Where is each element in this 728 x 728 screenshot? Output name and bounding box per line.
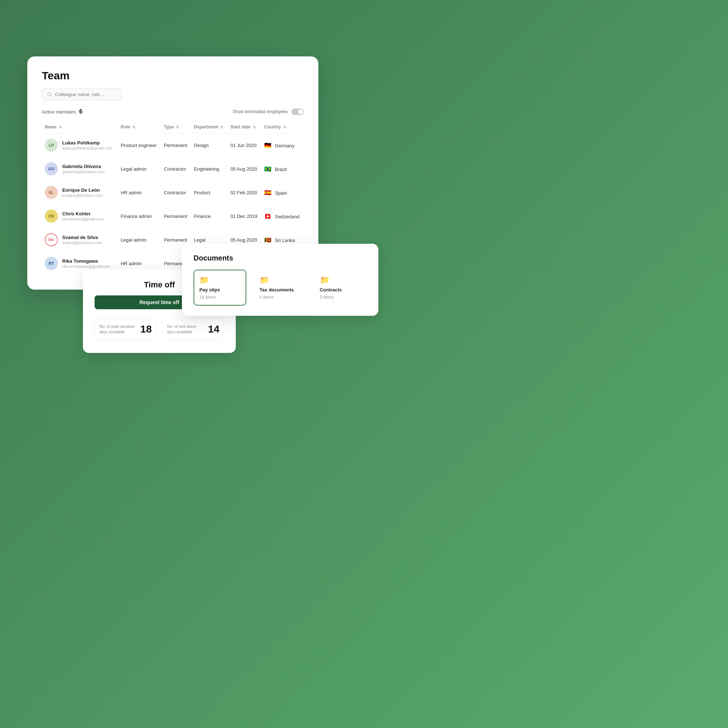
employee-cell-3: CK Chris Kohler chriskohler@gmail.com bbox=[42, 205, 118, 228]
avatar-5: RT bbox=[45, 257, 58, 270]
doc-folder-tax-documents[interactable]: 📁 Tax documents 6 items bbox=[254, 269, 306, 306]
employee-name-2: Enrique De León bbox=[62, 187, 103, 193]
col-role: Role ⇅ bbox=[118, 121, 161, 133]
employee-email-2: enrique@Dunkery.com bbox=[62, 193, 103, 197]
employee-type-2: Contractor bbox=[161, 181, 191, 205]
employee-name-4: Svamal de Silva bbox=[62, 235, 102, 240]
timeoff-stats: No. of paid vacation days available 18 N… bbox=[95, 318, 224, 341]
folder-items-2: 5 items bbox=[320, 295, 361, 300]
employee-date-2: 02 Feb 2020 bbox=[227, 181, 261, 205]
active-members-info: Active members 6 bbox=[42, 109, 83, 115]
employee-type-1: Contractor bbox=[161, 157, 191, 181]
employee-cell-2: EL Enrique De León enrique@Dunkery.com bbox=[42, 181, 118, 205]
avatar-0: LP bbox=[45, 139, 58, 152]
employee-role-1: Legal admin bbox=[118, 157, 161, 181]
documents-title: Documents bbox=[194, 254, 367, 262]
employee-dept-1: Engineering bbox=[191, 157, 227, 181]
search-box[interactable] bbox=[42, 89, 122, 100]
employee-role-3: Finance admin bbox=[118, 205, 161, 228]
table-row[interactable]: GO Gabriella Oliveira gabriella@Dunkery.… bbox=[42, 157, 304, 181]
employee-email-5: rika.tomogawa@gmail.com bbox=[62, 264, 111, 269]
stat-value-0: 18 bbox=[141, 323, 152, 335]
search-input[interactable] bbox=[55, 92, 116, 97]
employee-name-3: Chris Kohler bbox=[62, 211, 104, 216]
employee-email-0: lukas.pohlkamp@gmail.com bbox=[62, 146, 112, 150]
svg-line-1 bbox=[50, 95, 52, 97]
stat-label-0: No. of paid vacation days available bbox=[99, 324, 136, 335]
folder-name-2: Contracts bbox=[320, 287, 361, 292]
doc-folder-contracts[interactable]: 📁 Contracts 5 items bbox=[314, 269, 367, 306]
folder-items-1: 6 items bbox=[259, 295, 301, 300]
table-header: Name ⇅ Role ⇅ Type ⇅ Department ⇅ Start … bbox=[42, 121, 304, 133]
doc-folders: 📁 Pay slips 18 items 📁 Tax documents 6 i… bbox=[194, 269, 367, 306]
employee-country-3: 🇨🇭 Switzerland bbox=[261, 205, 304, 228]
col-type: Type ⇅ bbox=[161, 121, 191, 133]
folder-icon-0: 📁 bbox=[199, 275, 240, 285]
stat-label-1: No. of sick leave days available bbox=[167, 324, 204, 335]
avatar-1: GO bbox=[45, 162, 58, 175]
folder-items-0: 18 items bbox=[199, 295, 240, 300]
employee-cell-0: LP Lukas Pohlkamp lukas.pohlkamp@gmail.c… bbox=[42, 133, 118, 157]
employee-cell-1: GO Gabriella Oliveira gabriella@Dunkery.… bbox=[42, 157, 118, 181]
team-title: Team bbox=[42, 69, 304, 82]
timeoff-stat-0: No. of paid vacation days available 18 bbox=[95, 318, 156, 341]
employee-dept-2: Product bbox=[191, 181, 227, 205]
folder-icon-1: 📁 bbox=[259, 275, 301, 285]
flag-icon-0: 🇩🇪 bbox=[264, 142, 271, 149]
folder-name-1: Tax documents bbox=[259, 287, 301, 292]
avatar-2: EL bbox=[45, 186, 58, 199]
active-members-label: Active members bbox=[42, 109, 76, 115]
employee-role-2: HR admin bbox=[118, 181, 161, 205]
employee-date-0: 01 Jun 2020 bbox=[227, 133, 261, 157]
employee-name-5: Rika Tomogawa bbox=[62, 258, 111, 264]
employee-name-0: Lukas Pohlkamp bbox=[62, 140, 112, 145]
flag-icon-2: 🇪🇸 bbox=[264, 189, 271, 196]
stat-value-1: 14 bbox=[208, 323, 219, 335]
employee-role-4: Legal admin bbox=[118, 228, 161, 252]
employee-date-3: 01 Dec 2019 bbox=[227, 205, 261, 228]
employee-type-0: Permanent bbox=[161, 133, 191, 157]
table-row[interactable]: CK Chris Kohler chriskohler@gmail.com Fi… bbox=[42, 205, 304, 228]
employee-country-2: 🇪🇸 Spain bbox=[261, 181, 304, 205]
employee-date-1: 05 Aug 2020 bbox=[227, 157, 261, 181]
col-name: Name ⇅ bbox=[42, 121, 118, 133]
employee-name-1: Gabriella Oliveira bbox=[62, 164, 105, 169]
doc-folder-pay-slips[interactable]: 📁 Pay slips 18 items bbox=[194, 269, 246, 306]
terminated-toggle[interactable] bbox=[291, 109, 304, 115]
show-terminated-label: Show terminated employees bbox=[233, 109, 288, 114]
folder-icon-2: 📁 bbox=[320, 275, 361, 285]
employee-dept-3: Finance bbox=[191, 205, 227, 228]
avatar-4: MK bbox=[45, 233, 58, 246]
active-members-count: 6 bbox=[79, 109, 83, 115]
search-icon bbox=[47, 92, 52, 97]
employee-email-1: gabriella@Dunkery.com bbox=[62, 170, 105, 174]
col-start-date: Start date ⇅ bbox=[227, 121, 261, 133]
show-terminated-row[interactable]: Show terminated employees bbox=[233, 109, 304, 115]
employee-country-0: 🇩🇪 Germany bbox=[261, 133, 304, 157]
employee-type-3: Permanent bbox=[161, 205, 191, 228]
table-row[interactable]: EL Enrique De León enrique@Dunkery.com H… bbox=[42, 181, 304, 205]
employee-email-4: svamal@Dunkery.com bbox=[62, 240, 102, 245]
members-row: Active members 6 Show terminated employe… bbox=[42, 109, 304, 115]
documents-card: Documents 📁 Pay slips 18 items 📁 Tax doc… bbox=[182, 244, 378, 316]
flag-icon-4: 🇱🇰 bbox=[264, 237, 271, 243]
flag-icon-3: 🇨🇭 bbox=[264, 213, 271, 220]
employee-country-1: 🇧🇷 Brazil bbox=[261, 157, 304, 181]
employee-email-3: chriskohler@gmail.com bbox=[62, 217, 104, 221]
avatar-3: CK bbox=[45, 210, 58, 223]
timeoff-stat-1: No. of sick leave days available 14 bbox=[162, 318, 224, 341]
col-country: Country ⇅ bbox=[261, 121, 304, 133]
col-department: Department ⇅ bbox=[191, 121, 227, 133]
employee-cell-4: MK Svamal de Silva svamal@Dunkery.com bbox=[42, 228, 118, 252]
folder-name-0: Pay slips bbox=[199, 287, 240, 292]
flag-icon-1: 🇧🇷 bbox=[264, 165, 271, 173]
employee-dept-0: Design bbox=[191, 133, 227, 157]
employee-role-0: Product engineer bbox=[118, 133, 161, 157]
table-row[interactable]: LP Lukas Pohlkamp lukas.pohlkamp@gmail.c… bbox=[42, 133, 304, 157]
